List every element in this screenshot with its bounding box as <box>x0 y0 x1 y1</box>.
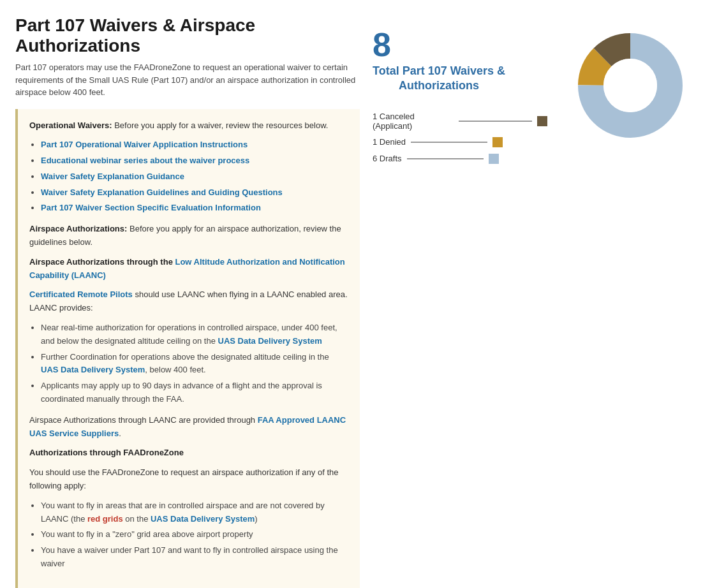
list-item: Further Coordination for operations abov… <box>41 351 348 378</box>
link-safety-guidance[interactable]: Waiver Safety Explanation Guidance <box>41 172 184 181</box>
operational-waivers-intro: Operational Waivers: Before you apply fo… <box>29 119 348 133</box>
operational-waivers-label: Operational Waivers: <box>29 121 112 130</box>
faadronezone-bullets-list: You want to fly in areas that are in con… <box>41 499 348 571</box>
link-section-specific[interactable]: Part 107 Waiver Section Specific Evaluat… <box>41 203 261 212</box>
link-red-grids[interactable]: red grids <box>87 514 123 524</box>
laanc-provider-period: . <box>119 429 121 438</box>
laanc-intro: Airspace Authorizations through the Low … <box>29 256 348 283</box>
certified-pilots-text: Certificated Remote Pilots should use LA… <box>29 288 348 315</box>
legend-item-denied: 1 Denied <box>373 137 547 147</box>
total-label: Total Part 107 Waivers & Authorizations <box>373 64 505 94</box>
page-wrapper: Part 107 Waivers & Airspace Authorizatio… <box>0 0 703 588</box>
laanc-through-label: Airspace Authorizations through the <box>29 257 175 267</box>
total-label-line1: Total Part 107 Waivers & <box>373 64 505 77</box>
link-certified-pilots[interactable]: Certificated Remote Pilots <box>29 290 133 299</box>
legend-line-drafts <box>407 158 484 159</box>
link-part107-instructions[interactable]: Part 107 Operational Waiver Application … <box>41 140 248 149</box>
legend-label-drafts: 6 Drafts <box>373 154 402 163</box>
list-item: Applicants may apply up to 90 days in ad… <box>41 379 348 406</box>
list-item: Part 107 Waiver Section Specific Evaluat… <box>41 202 348 215</box>
list-item: Waiver Safety Explanation Guidance <box>41 170 348 184</box>
legend-label-canceled: 1 Canceled (Applicant) <box>373 112 454 131</box>
stats-row: 8 Total Part 107 Waivers & Authorization… <box>373 28 688 164</box>
page-title: Part 107 Waivers & Airspace Authorizatio… <box>15 15 360 56</box>
list-item: Part 107 Operational Waiver Application … <box>41 138 348 152</box>
link-udds-2[interactable]: UAS Data Delivery System <box>41 365 145 374</box>
main-content: Part 107 Waivers & Airspace Authorizatio… <box>15 15 688 588</box>
list-item: Educational webinar series about the wai… <box>41 154 348 168</box>
list-item: Waiver Safety Explanation Guidelines and… <box>41 186 348 200</box>
operational-links-list: Part 107 Operational Waiver Application … <box>41 138 348 215</box>
legend-swatch-drafts <box>489 154 499 164</box>
faadronezone-label: Authorizations through FAADroneZone <box>29 448 184 457</box>
legend-swatch-denied <box>492 137 503 147</box>
list-item: You want to fly in areas that are in con… <box>41 499 348 526</box>
faadronezone-text: You should use the FAADroneZone to reque… <box>29 466 348 493</box>
legend-label-denied: 1 Denied <box>373 137 406 147</box>
legend-line-denied <box>411 142 487 143</box>
page-description: Part 107 operators may use the FAADroneZ… <box>15 61 360 99</box>
legend-item-canceled: 1 Canceled (Applicant) <box>373 112 547 131</box>
legend: 1 Canceled (Applicant) 1 Denied 6 Drafts <box>373 112 547 164</box>
link-webinar-series[interactable]: Educational webinar series about the wai… <box>41 156 249 165</box>
list-item: Near real-time authorization for operati… <box>41 321 348 348</box>
stats-left: 8 Total Part 107 Waivers & Authorization… <box>373 28 547 164</box>
total-number: 8 <box>373 28 391 61</box>
donut-chart <box>573 28 688 143</box>
legend-item-drafts: 6 Drafts <box>373 154 547 164</box>
laanc-provider-prefix: Airspace Authorizations through LAANC ar… <box>29 415 258 425</box>
airspace-auth-intro: Airspace Authorizations: Before you appl… <box>29 223 348 249</box>
total-label-line2: Authorizations <box>399 79 479 92</box>
right-column: 8 Total Part 107 Waivers & Authorization… <box>373 15 688 588</box>
legend-line-canceled <box>459 121 532 122</box>
link-udds-3[interactable]: UAS Data Delivery System <box>151 514 255 524</box>
laanc-provider-text: Airspace Authorizations through LAANC ar… <box>29 414 348 441</box>
left-column: Part 107 Waivers & Airspace Authorizatio… <box>15 15 360 588</box>
airspace-auth-label: Airspace Authorizations: <box>29 224 127 233</box>
link-udds-1[interactable]: UAS Data Delivery System <box>218 336 322 346</box>
link-guiding-questions[interactable]: Waiver Safety Explanation Guidelines and… <box>41 187 283 197</box>
faadronezone-heading: Authorizations through FAADroneZone <box>29 446 348 460</box>
laanc-bullets-list: Near real-time authorization for operati… <box>41 321 348 406</box>
info-box: Operational Waivers: Before you apply fo… <box>15 109 360 589</box>
donut-svg <box>573 28 688 143</box>
list-item: You want to fly in a "zero" grid area ab… <box>41 528 348 541</box>
operational-waivers-text: Before you apply for a waiver, review th… <box>114 121 328 130</box>
donut-hole <box>603 59 657 112</box>
legend-swatch-canceled <box>537 116 547 126</box>
list-item: You have a waiver under Part 107 and wan… <box>41 544 348 571</box>
